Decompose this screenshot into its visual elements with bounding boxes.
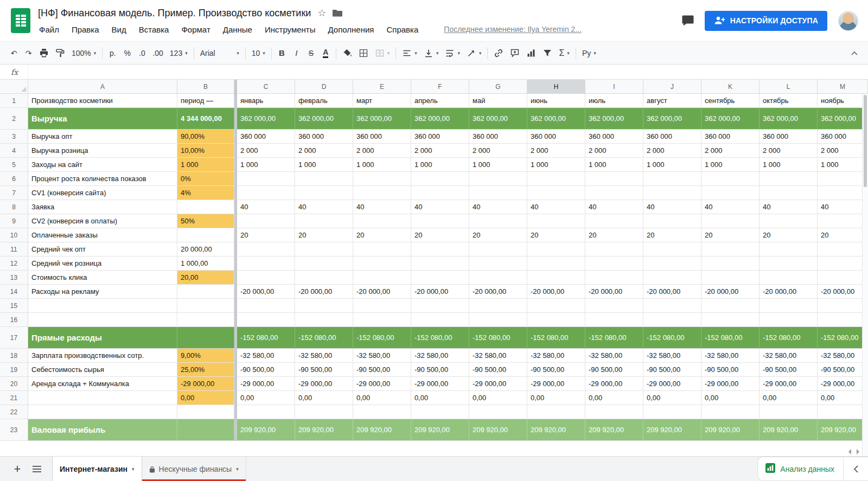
- menu-format[interactable]: Формат: [180, 24, 211, 35]
- cell-G8[interactable]: 40: [469, 200, 527, 214]
- cell-H8[interactable]: 40: [527, 200, 585, 214]
- row-header-19[interactable]: 19: [0, 363, 28, 377]
- cell-B20[interactable]: -29 000,00: [177, 377, 234, 391]
- cell-I13[interactable]: [585, 271, 643, 285]
- cell-J4[interactable]: 2 000: [643, 144, 701, 158]
- cell-K15[interactable]: [701, 299, 760, 313]
- horizontal-scrollbar[interactable]: [848, 449, 859, 454]
- cell-B17[interactable]: [177, 327, 234, 349]
- menu-edit[interactable]: Правка: [71, 24, 100, 35]
- cell-L18[interactable]: -32 580,00: [760, 349, 818, 363]
- cell-G12[interactable]: [469, 256, 527, 271]
- vertical-align-button[interactable]: ▾: [420, 46, 442, 61]
- cell-I7[interactable]: [585, 186, 643, 200]
- cell-D1[interactable]: февраль: [295, 94, 353, 108]
- cell-M5[interactable]: 1 000: [818, 158, 868, 172]
- cell-I18[interactable]: -32 580,00: [585, 349, 643, 363]
- cell-G16[interactable]: [469, 313, 527, 327]
- cell-B10[interactable]: [177, 228, 234, 242]
- cell-K16[interactable]: [701, 313, 760, 327]
- cell-B7[interactable]: 4%: [177, 186, 234, 200]
- cell-A14[interactable]: Расходы на рекламу: [28, 285, 177, 299]
- cell-A13[interactable]: Стоимость клика: [28, 271, 177, 285]
- row-header-6[interactable]: 6: [0, 172, 28, 186]
- cell-L20[interactable]: -29 000,00: [760, 377, 818, 391]
- cell-M12[interactable]: [818, 256, 868, 271]
- cell-F10[interactable]: 20: [411, 228, 469, 242]
- cell-B1[interactable]: период —: [177, 94, 234, 108]
- cell-L22[interactable]: [760, 405, 818, 419]
- scroll-left-arrow-icon[interactable]: [848, 449, 851, 454]
- cell-G2[interactable]: 362 000,00: [469, 108, 527, 130]
- cell-I20[interactable]: -29 000,00: [585, 377, 643, 391]
- cell-C7[interactable]: [237, 186, 295, 200]
- cell-F19[interactable]: -90 500,00: [411, 363, 469, 377]
- cell-G13[interactable]: [469, 271, 527, 285]
- cell-D9[interactable]: [295, 214, 353, 228]
- cell-J10[interactable]: 20: [643, 228, 701, 242]
- cell-C10[interactable]: 20: [237, 228, 295, 242]
- cell-G14[interactable]: -20 000,00: [469, 285, 527, 299]
- scroll-right-arrow-icon[interactable]: [857, 449, 859, 454]
- cell-G23[interactable]: 209 920,00: [469, 419, 527, 441]
- cell-K12[interactable]: [701, 256, 760, 271]
- cell-E20[interactable]: -29 000,00: [353, 377, 411, 391]
- cell-H11[interactable]: [527, 242, 585, 256]
- cell-L15[interactable]: [760, 299, 818, 313]
- input-language-select[interactable]: Ру ▾: [579, 46, 599, 61]
- cell-C3[interactable]: 360 000: [237, 130, 295, 144]
- column-header-H[interactable]: H: [527, 80, 585, 94]
- cell-M2[interactable]: 362 000,00: [818, 108, 868, 130]
- cell-E3[interactable]: 360 000: [353, 130, 411, 144]
- cell-L13[interactable]: [760, 271, 818, 285]
- cell-J20[interactable]: -29 000,00: [643, 377, 701, 391]
- cell-E12[interactable]: [353, 256, 411, 271]
- insert-chart-button[interactable]: [523, 46, 539, 61]
- format-percent-button[interactable]: %: [120, 46, 135, 61]
- cell-C15[interactable]: [237, 299, 295, 313]
- cell-K19[interactable]: -90 500,00: [701, 363, 760, 377]
- cell-E11[interactable]: [353, 242, 411, 256]
- avatar[interactable]: [838, 11, 858, 31]
- cell-A21[interactable]: [28, 391, 177, 405]
- cell-F22[interactable]: [411, 405, 469, 419]
- cell-H19[interactable]: -90 500,00: [527, 363, 585, 377]
- cell-J14[interactable]: -20 000,00: [643, 285, 701, 299]
- comments-button[interactable]: [682, 15, 694, 26]
- cell-M11[interactable]: [818, 242, 868, 256]
- cell-I1[interactable]: июль: [585, 94, 643, 108]
- menu-view[interactable]: Вид: [111, 24, 127, 35]
- cell-C12[interactable]: [237, 256, 295, 271]
- row-header-4[interactable]: 4: [0, 144, 28, 158]
- cell-A20[interactable]: Аренда склада + Коммуналка: [28, 377, 177, 391]
- cell-M21[interactable]: 0,00: [818, 391, 868, 405]
- cell-B4[interactable]: 10,00%: [177, 144, 234, 158]
- cell-H13[interactable]: [527, 271, 585, 285]
- cell-D19[interactable]: -90 500,00: [295, 363, 353, 377]
- cell-L19[interactable]: -90 500,00: [760, 363, 818, 377]
- cell-I22[interactable]: [585, 405, 643, 419]
- cell-L5[interactable]: 1 000: [760, 158, 818, 172]
- cell-F9[interactable]: [411, 214, 469, 228]
- row-header-8[interactable]: 8: [0, 200, 28, 214]
- cell-B22[interactable]: [177, 405, 234, 419]
- cell-G21[interactable]: 0,00: [469, 391, 527, 405]
- vertical-scrollbar-thumb[interactable]: [864, 95, 867, 187]
- cell-F4[interactable]: 2 000: [411, 144, 469, 158]
- cell-I21[interactable]: 0,00: [585, 391, 643, 405]
- cell-C11[interactable]: [237, 242, 295, 256]
- cell-J1[interactable]: август: [643, 94, 701, 108]
- cell-K10[interactable]: 20: [701, 228, 760, 242]
- cell-D2[interactable]: 362 000,00: [295, 108, 353, 130]
- cell-E15[interactable]: [353, 299, 411, 313]
- cell-F1[interactable]: апрель: [411, 94, 469, 108]
- format-currency-button[interactable]: р.: [105, 46, 120, 61]
- cell-J6[interactable]: [643, 172, 701, 186]
- cell-A15[interactable]: [28, 299, 177, 313]
- cell-F18[interactable]: -32 580,00: [411, 349, 469, 363]
- cell-F23[interactable]: 209 920,00: [411, 419, 469, 441]
- text-wrap-button[interactable]: ▾: [442, 46, 463, 61]
- cell-E10[interactable]: 20: [353, 228, 411, 242]
- cell-D23[interactable]: 209 920,00: [295, 419, 353, 441]
- cell-L16[interactable]: [760, 313, 818, 327]
